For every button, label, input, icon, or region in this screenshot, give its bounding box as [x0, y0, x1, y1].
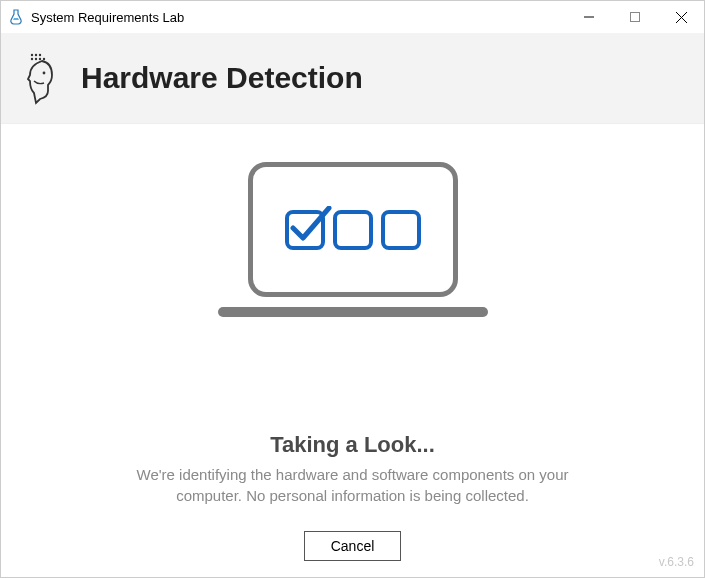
version-label: v.6.3.6	[659, 555, 694, 569]
page-title: Hardware Detection	[81, 61, 363, 95]
svg-rect-1	[631, 13, 640, 22]
status-block: Taking a Look... We're identifying the h…	[108, 432, 598, 506]
status-heading: Taking a Look...	[108, 432, 598, 458]
svg-point-7	[31, 58, 33, 60]
checkbox-checked-icon	[285, 210, 325, 250]
laptop-base	[218, 307, 488, 317]
laptop-checklist-icon	[208, 162, 498, 362]
face-silhouette-icon	[1, 51, 81, 105]
svg-point-4	[31, 54, 33, 56]
content-area: Taking a Look... We're identifying the h…	[1, 124, 704, 519]
beaker-icon	[7, 8, 25, 26]
svg-point-8	[35, 58, 37, 60]
status-description: We're identifying the hardware and softw…	[108, 464, 598, 506]
checkbox-empty-icon	[381, 210, 421, 250]
svg-point-10	[43, 58, 45, 60]
svg-point-11	[43, 72, 46, 75]
minimize-button[interactable]	[566, 1, 612, 33]
footer: Cancel v.6.3.6	[1, 519, 704, 577]
checkbox-empty-icon	[333, 210, 373, 250]
window-controls	[566, 1, 704, 33]
titlebar: System Requirements Lab	[1, 1, 704, 33]
app-window: System Requirements Lab Hardware Detecti…	[0, 0, 705, 578]
cancel-button[interactable]: Cancel	[304, 531, 402, 561]
svg-point-9	[39, 58, 41, 60]
page-header: Hardware Detection	[1, 33, 704, 124]
laptop-screen	[248, 162, 458, 297]
svg-point-6	[39, 54, 41, 56]
window-title: System Requirements Lab	[31, 10, 184, 25]
maximize-button[interactable]	[612, 1, 658, 33]
close-button[interactable]	[658, 1, 704, 33]
svg-point-5	[35, 54, 37, 56]
